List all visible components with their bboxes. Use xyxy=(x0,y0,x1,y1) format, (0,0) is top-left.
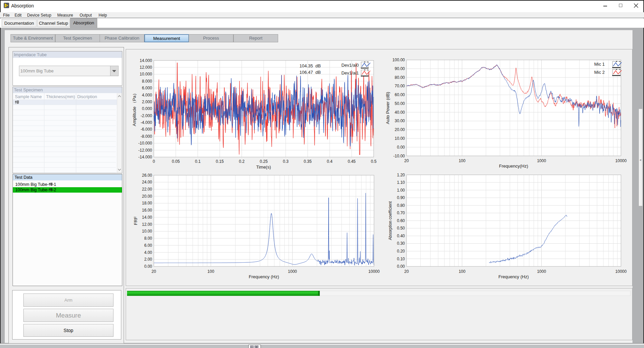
svg-text:-6.000: -6.000 xyxy=(141,127,152,132)
svg-text:-8.000: -8.000 xyxy=(141,134,152,139)
svg-text:18.00: 18.00 xyxy=(142,201,152,205)
svg-text:0: 0 xyxy=(153,159,155,164)
svg-text:50.00: 50.00 xyxy=(395,101,405,106)
svg-text:90.00: 90.00 xyxy=(395,66,405,71)
svg-text:20.00: 20.00 xyxy=(142,194,152,199)
svg-text:20: 20 xyxy=(151,269,156,274)
svg-text:22.00: 22.00 xyxy=(142,187,152,192)
svg-text:10000: 10000 xyxy=(615,158,627,163)
svg-text:Frequency (Hz): Frequency (Hz) xyxy=(498,274,529,279)
svg-text:100: 100 xyxy=(459,269,465,274)
svg-text:60.00: 60.00 xyxy=(395,92,405,97)
svg-text:6.000: 6.000 xyxy=(142,86,152,90)
svg-text:0.40: 0.40 xyxy=(397,234,405,238)
svg-text:12.00: 12.00 xyxy=(142,222,152,227)
svg-text:20.00: 20.00 xyxy=(395,127,405,132)
svg-text:0.05: 0.05 xyxy=(172,159,180,164)
svg-text:4.000: 4.000 xyxy=(142,93,152,97)
svg-text:0.90: 0.90 xyxy=(397,195,405,200)
svg-text:2.00: 2.00 xyxy=(144,257,152,262)
svg-text:1000: 1000 xyxy=(288,269,297,274)
svg-text:6.00: 6.00 xyxy=(144,243,152,248)
svg-text:4.00: 4.00 xyxy=(144,250,152,255)
svg-text:0.25: 0.25 xyxy=(260,159,268,164)
svg-text:10.00: 10.00 xyxy=(395,136,405,141)
svg-text:20: 20 xyxy=(404,158,409,163)
svg-text:0.70: 0.70 xyxy=(397,211,405,215)
svg-text:0.45: 0.45 xyxy=(348,159,356,164)
svg-text:Time(s): Time(s) xyxy=(256,165,271,170)
svg-text:-10.000: -10.000 xyxy=(138,141,152,146)
svg-text:1.10: 1.10 xyxy=(397,180,405,185)
svg-text:-4.000: -4.000 xyxy=(141,120,152,125)
svg-text:8.000: 8.000 xyxy=(142,79,152,84)
svg-text:100: 100 xyxy=(207,269,214,274)
svg-text:Mic 2: Mic 2 xyxy=(594,70,605,75)
svg-text:100: 100 xyxy=(459,158,465,163)
svg-text:20: 20 xyxy=(404,269,409,274)
svg-text:Auto Power (dB): Auto Power (dB) xyxy=(385,92,390,124)
svg-text:0.3: 0.3 xyxy=(283,159,289,164)
svg-text:24.00: 24.00 xyxy=(142,180,152,184)
svg-text:0.60: 0.60 xyxy=(397,218,405,223)
svg-text:-10.00: -10.00 xyxy=(393,154,405,158)
svg-text:0.4: 0.4 xyxy=(327,159,333,164)
svg-text:16.00: 16.00 xyxy=(142,208,152,213)
svg-text:10.00: 10.00 xyxy=(142,229,152,234)
svg-text:0.15: 0.15 xyxy=(216,159,224,164)
svg-text:Dev1/ai0: Dev1/ai0 xyxy=(341,63,359,68)
svg-text:-2.000: -2.000 xyxy=(141,113,152,118)
svg-text:0.2: 0.2 xyxy=(239,159,245,164)
svg-text:-12.000: -12.000 xyxy=(138,148,152,153)
svg-text:80.00: 80.00 xyxy=(395,75,405,80)
svg-text:FRF: FRF xyxy=(133,216,138,225)
svg-text:104.35 dB: 104.35 dB xyxy=(299,63,321,68)
svg-text:0.00: 0.00 xyxy=(397,145,405,150)
svg-text:106.47 dB: 106.47 dB xyxy=(299,70,321,75)
svg-text:Frequency (Hz): Frequency (Hz) xyxy=(249,274,279,279)
svg-text:0.35: 0.35 xyxy=(304,159,312,164)
svg-text:0.00: 0.00 xyxy=(397,264,405,269)
svg-text:14.000: 14.000 xyxy=(140,58,152,63)
svg-text:0.30: 0.30 xyxy=(397,241,405,246)
svg-text:14.00: 14.00 xyxy=(142,215,152,220)
svg-text:0.1: 0.1 xyxy=(195,159,201,164)
svg-text:-14.000: -14.000 xyxy=(138,155,152,159)
svg-text:0.000: 0.000 xyxy=(142,106,152,111)
svg-text:1.20: 1.20 xyxy=(397,173,405,177)
svg-text:8.00: 8.00 xyxy=(144,236,152,241)
svg-text:0.10: 0.10 xyxy=(397,257,405,261)
svg-text:12.000: 12.000 xyxy=(140,65,152,70)
svg-text:1000: 1000 xyxy=(537,158,546,163)
svg-text:2.000: 2.000 xyxy=(142,100,152,104)
svg-text:Mic 1: Mic 1 xyxy=(594,62,605,67)
svg-text:100.00: 100.00 xyxy=(392,58,405,62)
svg-text:70.00: 70.00 xyxy=(395,84,405,88)
svg-text:Absorption coefficient: Absorption coefficient xyxy=(388,201,393,240)
svg-text:0.00: 0.00 xyxy=(144,264,152,269)
svg-text:Frequency(Hz): Frequency(Hz) xyxy=(499,164,528,169)
svg-text:1000: 1000 xyxy=(537,269,546,274)
svg-text:1.00: 1.00 xyxy=(397,188,405,193)
svg-text:0.5: 0.5 xyxy=(371,159,377,164)
svg-text:26.00: 26.00 xyxy=(142,173,152,178)
svg-text:Amplitude （Pa）: Amplitude （Pa） xyxy=(132,91,137,126)
svg-text:10.000: 10.000 xyxy=(140,72,152,77)
svg-text:10000: 10000 xyxy=(368,269,380,274)
svg-text:0.50: 0.50 xyxy=(397,226,405,231)
svg-text:0.20: 0.20 xyxy=(397,249,405,254)
svg-text:Dev1/ai1: Dev1/ai1 xyxy=(341,70,359,75)
svg-text:0.80: 0.80 xyxy=(397,203,405,208)
svg-text:10000: 10000 xyxy=(615,269,627,274)
svg-text:30.00: 30.00 xyxy=(395,118,405,123)
svg-text:40.00: 40.00 xyxy=(395,110,405,115)
